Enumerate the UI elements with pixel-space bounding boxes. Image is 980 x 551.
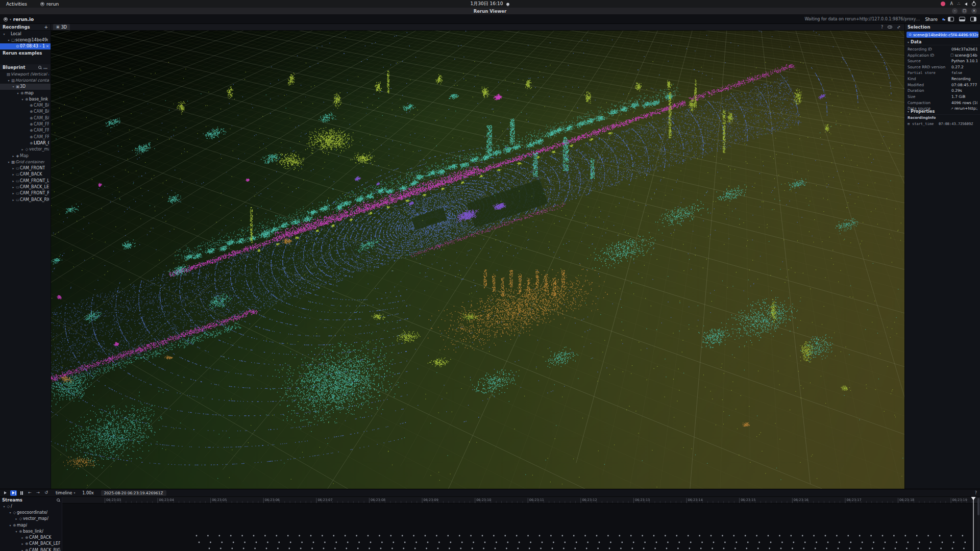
minimize-button[interactable]: – — [952, 8, 958, 14]
stream-row[interactable]: ▸ ⊕ CAM_BACK_LEFT — [0, 541, 62, 547]
timeline-help-button[interactable]: ? — [975, 491, 977, 495]
app-menu[interactable]: rerun — [40, 2, 59, 7]
blueprint-row[interactable]: ▤ Viewport (Vertical conta… — [0, 71, 51, 77]
selected-recording-chip[interactable]: ⊙ scene@14be49dc-c5f4-4496-932c-60c8… — [906, 32, 978, 38]
loop-button[interactable] — [43, 490, 50, 496]
toggle-bottom-panel-button[interactable] — [959, 17, 965, 21]
data-row[interactable]: Partial store false — [905, 70, 980, 76]
blueprint-row[interactable]: ⊕ CAM_BAC… — [0, 109, 51, 115]
chevron-icon[interactable]: ▸ — [11, 179, 15, 183]
share-button[interactable]: Share — [925, 17, 938, 22]
data-row[interactable]: Compaction 4096 rows (1024 if unsorted… — [905, 99, 980, 106]
blueprint-row[interactable]: ⊕ CAM_FRO… — [0, 134, 51, 140]
blueprint-row[interactable]: ⊕ CAM_FRO… — [0, 128, 51, 134]
stream-row[interactable]: ▾ ◇ / — [0, 503, 62, 509]
chevron-icon[interactable]: ▸ — [20, 542, 24, 545]
data-row[interactable]: Recording ID 094c37a2b61a43768803681… — [905, 46, 980, 53]
network-icon[interactable]: ∴ — [958, 2, 960, 6]
blueprint-row[interactable]: ▸ ◇ vector_map — [0, 146, 51, 153]
stream-row[interactable]: ▸ ⊕ CAM_BACK — [0, 534, 62, 540]
blueprint-row[interactable]: ⊕ CAM_FRO… — [0, 121, 51, 127]
chevron-icon[interactable]: ▾ — [11, 85, 15, 88]
step-forward-button[interactable] — [35, 490, 41, 496]
more-menu-button[interactable]: … — [43, 65, 48, 70]
blueprint-row[interactable]: ▸ ▭ CAM_BACK — [0, 171, 51, 178]
chevron-icon[interactable]: ▸ — [20, 147, 24, 151]
chevron-icon[interactable]: ▾ — [8, 511, 12, 514]
close-button[interactable]: × — [971, 8, 977, 14]
playback-rate[interactable]: 1.00x — [82, 491, 94, 495]
property-row[interactable]: ⊞ start_time 07:08:43.725609Z — [905, 121, 980, 127]
chevron-icon[interactable]: ▸ — [20, 536, 24, 539]
blueprint-row[interactable]: ▾ ▥ Horizontal container — [0, 77, 51, 83]
input-method-icon[interactable]: A — [950, 2, 952, 6]
chevron-icon[interactable]: ▾ — [16, 91, 20, 95]
data-row[interactable]: Source Python 3.10.12 SDK — [905, 58, 980, 64]
chevron-icon[interactable]: ▸ — [14, 517, 18, 520]
stream-row[interactable]: ▾ ⊕ map/ — [0, 522, 62, 528]
blueprint-row[interactable]: ⊕ LIDAR_CO… — [0, 140, 51, 146]
recording-row[interactable]: ▾ Local — [0, 31, 51, 37]
blueprint-row[interactable]: ▾ ▦ Grid container — [0, 159, 51, 165]
timeline-selector[interactable]: timeline ▾ — [56, 491, 75, 495]
blueprint-row[interactable]: ▸ ▭ CAM_FRONT — [0, 165, 51, 171]
blueprint-row[interactable]: ▾ ⊕ base_link — [0, 96, 51, 102]
volume-icon[interactable] — [965, 3, 967, 6]
blueprint-row[interactable]: ▾ ⊕ map — [0, 90, 51, 96]
data-row[interactable]: Application ID ▢ scene@14be49dc-c5f… — [905, 53, 980, 59]
blueprint-row[interactable]: ▾ ▣ 3D — [0, 84, 51, 90]
visibility-eye-icon[interactable] — [888, 26, 892, 29]
properties-section-header[interactable]: ▾ Properties — [905, 109, 980, 115]
data-row[interactable]: Source RRD version 0.27.2 — [905, 64, 980, 70]
rerun-menu-button[interactable]: ▾ rerun.io — [4, 14, 34, 24]
blueprint-row[interactable]: ▸ ▭ CAM_BACK_LEFT — [0, 184, 51, 190]
chevron-icon[interactable]: ▾ — [8, 523, 12, 527]
recording-row[interactable]: ▾ ▢ scene@14be49dc-… — [0, 37, 51, 43]
help-button[interactable]: ? — [881, 25, 883, 30]
chevron-icon[interactable]: ▸ — [11, 198, 15, 202]
timeline-canvas[interactable] — [62, 497, 980, 551]
chevron-icon[interactable]: ▸ — [20, 548, 24, 551]
chevron-icon[interactable]: ▾ — [20, 97, 24, 101]
data-row[interactable]: Duration 0.29s — [905, 88, 980, 94]
power-icon[interactable] — [972, 2, 976, 6]
timeline-scrollbar[interactable] — [977, 497, 979, 551]
blueprint-row[interactable]: ▸ ◈ Map — [0, 153, 51, 159]
follow-button[interactable] — [10, 490, 17, 496]
play-button[interactable] — [2, 490, 9, 496]
data-row[interactable]: Size 1.7 GiB — [905, 94, 980, 100]
blueprint-row[interactable]: ▸ ▭ CAM_FRONT_LEFT — [0, 178, 51, 184]
chevron-icon[interactable]: ▾ — [7, 79, 11, 82]
3d-scene-canvas[interactable] — [51, 31, 904, 489]
blueprint-row[interactable]: ⊕ CAM_BACK — [0, 102, 51, 108]
stream-row[interactable]: ▾ ◇ geocoordinate/ — [0, 509, 62, 515]
data-row[interactable]: Kind Recording — [905, 76, 980, 82]
tab-3d[interactable]: ▣ 3D — [53, 24, 70, 30]
toggle-left-panel-button[interactable] — [948, 17, 954, 21]
current-time-chip[interactable]: 2025-08-20 06:23:19.426961Z — [101, 490, 166, 496]
chevron-icon[interactable]: ▾ — [7, 160, 11, 164]
chevron-icon[interactable]: ▸ — [11, 166, 15, 170]
tray-app-icon[interactable] — [941, 2, 945, 6]
add-recording-button[interactable]: + — [44, 24, 48, 30]
blueprint-row[interactable]: ▸ ▭ CAM_BACK_RIGHT — [0, 196, 51, 203]
maximize-view-icon[interactable] — [896, 24, 901, 30]
rerun-examples-section[interactable]: Rerun examples — [0, 50, 51, 56]
blueprint-row[interactable]: ⊕ CAM_BAC… — [0, 115, 51, 121]
stream-row[interactable]: ▾ ⊕ base_link/ — [0, 528, 62, 534]
chevron-icon[interactable]: ▸ — [11, 154, 15, 158]
clock[interactable]: 1月30日 16:10 — [471, 0, 510, 8]
pause-button[interactable] — [18, 490, 25, 496]
toggle-right-panel-button[interactable] — [970, 17, 976, 21]
chevron-icon[interactable]: ▸ — [11, 191, 15, 195]
window-titlebar[interactable]: Rerun Viewer – □ × — [0, 8, 980, 14]
chevron-icon[interactable]: ▾ — [2, 32, 6, 36]
search-icon[interactable] — [38, 66, 41, 69]
data-row[interactable]: Modified 07:08:45.777233Z — [905, 82, 980, 88]
blueprint-row[interactable]: ▸ ▭ CAM_FRONT_RIGHT — [0, 190, 51, 196]
stream-row[interactable]: ▸ ⊕ CAM_BACK_RIGHT — [0, 547, 62, 551]
chevron-icon[interactable]: ▾ — [14, 530, 18, 533]
maximize-button[interactable]: □ — [962, 8, 967, 14]
recording-row[interactable]: ⊙ 07:08:43 - 1… × — [0, 43, 51, 49]
close-icon[interactable]: × — [45, 44, 49, 48]
